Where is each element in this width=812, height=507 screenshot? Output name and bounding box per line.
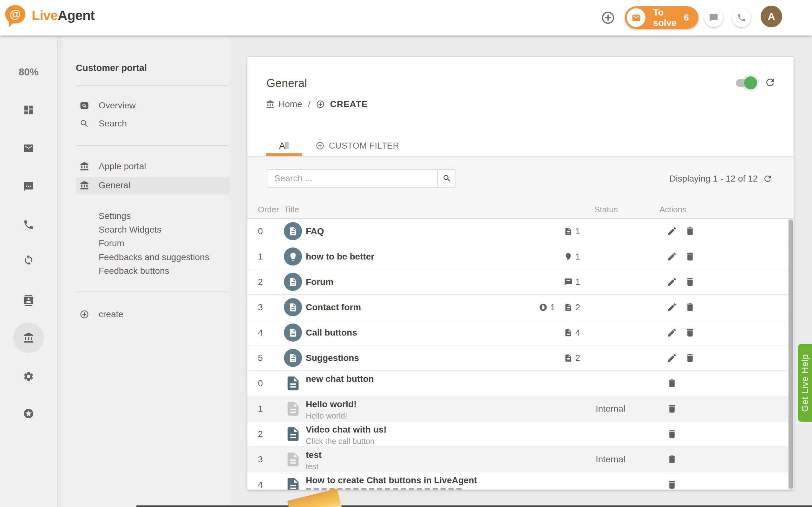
row-order: 3	[258, 454, 284, 464]
delete-icon[interactable]	[685, 327, 695, 338]
refresh-icon[interactable]	[764, 77, 776, 88]
document-icon	[284, 472, 302, 490]
row-status: Internal	[595, 404, 659, 414]
badges: 2	[564, 353, 580, 363]
to-solve-button[interactable]: To solve 6	[625, 6, 699, 29]
home-icon	[266, 100, 275, 109]
settings-icon[interactable]	[23, 371, 34, 382]
portal-icon	[80, 162, 89, 171]
sidebar-item-feedback-buttons[interactable]: Feedback buttons	[99, 263, 229, 279]
avatar[interactable]: A	[761, 6, 782, 27]
column-status: Status	[595, 205, 659, 215]
calls-button[interactable]	[732, 8, 751, 27]
sidebar-item-apple-portal[interactable]: Apple portal	[76, 158, 229, 175]
contacts-icon[interactable]	[23, 295, 34, 306]
dashboard-icon[interactable]	[23, 104, 34, 116]
delete-icon[interactable]	[685, 302, 695, 313]
delete-icon[interactable]	[667, 403, 677, 414]
edit-icon[interactable]	[667, 327, 677, 338]
logo-bubble-icon: @	[5, 5, 27, 26]
edit-icon[interactable]	[667, 302, 677, 313]
row-order: 1	[258, 404, 284, 414]
get-live-help-tab[interactable]: Get Live Help	[798, 344, 812, 422]
table-row[interactable]: 4 Call buttons 4	[247, 320, 794, 345]
article-type-icon	[284, 273, 302, 291]
breadcrumb-create[interactable]: CREATE	[330, 99, 368, 109]
to-solve-label: To solve	[653, 7, 684, 28]
top-bar: @ LiveAgent To solve 6 A	[0, 0, 812, 36]
delete-icon[interactable]	[685, 353, 695, 363]
delete-icon[interactable]	[685, 226, 695, 236]
liveagent-logo[interactable]: @ LiveAgent	[5, 5, 95, 26]
delete-icon[interactable]	[685, 251, 695, 262]
doc-badge-icon	[564, 328, 572, 337]
customer-portal-sidebar: Customer portal Overview Search Apple po…	[61, 36, 229, 507]
delete-icon[interactable]	[667, 454, 677, 464]
table-row[interactable]: 2 Video chat with us! Click the call but…	[247, 421, 794, 447]
vertical-scrollbar[interactable]	[788, 219, 794, 490]
row-order: 4	[258, 328, 284, 338]
automation-icon[interactable]	[23, 255, 34, 266]
add-new-icon[interactable]	[601, 10, 615, 25]
scrollbar-thumb[interactable]	[789, 220, 793, 489]
count-badge: 1	[539, 302, 555, 312]
tab-all[interactable]: All	[266, 141, 302, 151]
delete-icon[interactable]	[667, 429, 677, 439]
search-icon	[80, 119, 89, 128]
badges: 4	[564, 328, 580, 337]
search-submit-button[interactable]	[438, 170, 455, 187]
sidebar-item-overview[interactable]: Overview	[76, 97, 229, 114]
tickets-icon[interactable]	[23, 143, 34, 154]
sidebar-item-general[interactable]: General	[76, 177, 229, 193]
search-box	[267, 169, 456, 187]
row-title: test	[306, 450, 322, 460]
chats-icon[interactable]	[23, 181, 34, 192]
icon-rail: 80%	[0, 36, 57, 507]
table-row[interactable]: 4 How to create Chat buttons in LiveAgen…	[247, 472, 794, 490]
table-row[interactable]: 5 Suggestions 2	[247, 345, 794, 371]
bottom-edge-strip	[136, 505, 812, 507]
row-title: How to create Chat buttons in LiveAgent	[306, 475, 477, 486]
row-subtitle-clipped	[306, 488, 464, 490]
badges: 1	[564, 277, 580, 287]
table-row[interactable]: 3 test test Internal	[247, 447, 794, 472]
doc-badge-icon	[564, 303, 572, 312]
row-subtitle: test	[306, 462, 322, 471]
portal-enabled-toggle[interactable]	[736, 79, 756, 87]
delete-icon[interactable]	[667, 480, 677, 490]
edit-icon[interactable]	[667, 226, 677, 236]
delete-icon[interactable]	[685, 277, 695, 287]
starred-icon[interactable]	[23, 408, 34, 419]
delete-icon[interactable]	[667, 378, 677, 389]
row-title: FAQ	[306, 226, 324, 237]
row-order: 4	[258, 480, 284, 490]
reload-list-icon[interactable]	[763, 174, 772, 183]
table-row[interactable]: 0 FAQ 1	[247, 219, 794, 244]
row-title: Call buttons	[306, 327, 357, 338]
calls-icon[interactable]	[23, 219, 34, 230]
search-input[interactable]	[267, 170, 438, 187]
row-subtitle: Click the call button	[306, 436, 387, 446]
chats-button[interactable]	[704, 8, 723, 27]
table-row[interactable]: 3 Contact form 1 2	[247, 295, 794, 320]
divider	[76, 145, 229, 146]
phone-icon	[737, 13, 746, 22]
breadcrumb-home[interactable]: Home	[278, 99, 302, 109]
tab-custom-filter[interactable]: CUSTOM FILTER	[316, 141, 399, 151]
sidebar-item-search[interactable]: Search	[76, 115, 229, 132]
table-row[interactable]: 1 Hello world! Hello world! Internal	[247, 396, 794, 421]
row-title: Suggestions	[306, 353, 359, 363]
table-rows: 0 FAQ 1 1 how to be bette	[247, 219, 794, 490]
toggle-knob	[744, 76, 757, 89]
edit-icon[interactable]	[667, 277, 677, 287]
row-status: Internal	[595, 454, 659, 464]
customer-portal-icon[interactable]	[23, 332, 34, 343]
table-row[interactable]: 2 Forum 1	[247, 269, 794, 295]
edit-icon[interactable]	[667, 353, 677, 363]
sidebar-item-create[interactable]: create	[76, 306, 229, 323]
card-body: Displaying 1 - 12 of 12 Order Title Stat…	[247, 156, 794, 490]
edit-icon[interactable]	[667, 251, 677, 262]
table-row[interactable]: 0 new chat button	[247, 371, 794, 396]
row-title: how to be better	[306, 251, 374, 262]
table-row[interactable]: 1 how to be better 1	[247, 244, 794, 269]
